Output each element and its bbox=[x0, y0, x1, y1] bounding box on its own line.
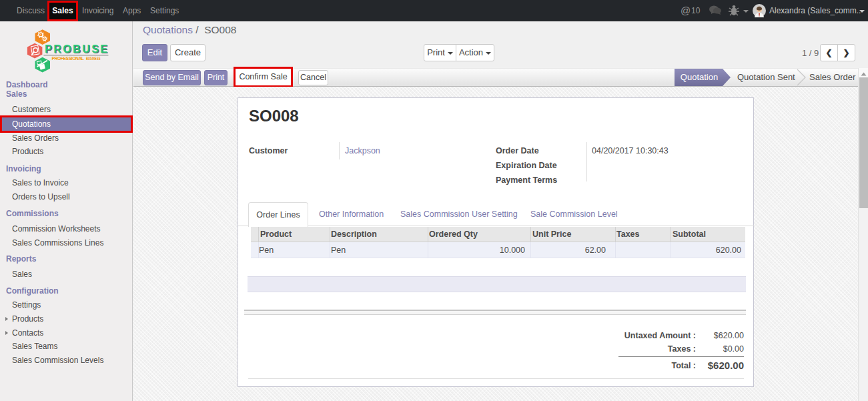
svg-text:PROFESSIONAL: PROFESSIONAL bbox=[52, 56, 85, 61]
svg-text:BUSINESS: BUSINESS bbox=[86, 56, 101, 61]
svg-text:PROBUSE: PROBUSE bbox=[45, 43, 107, 55]
